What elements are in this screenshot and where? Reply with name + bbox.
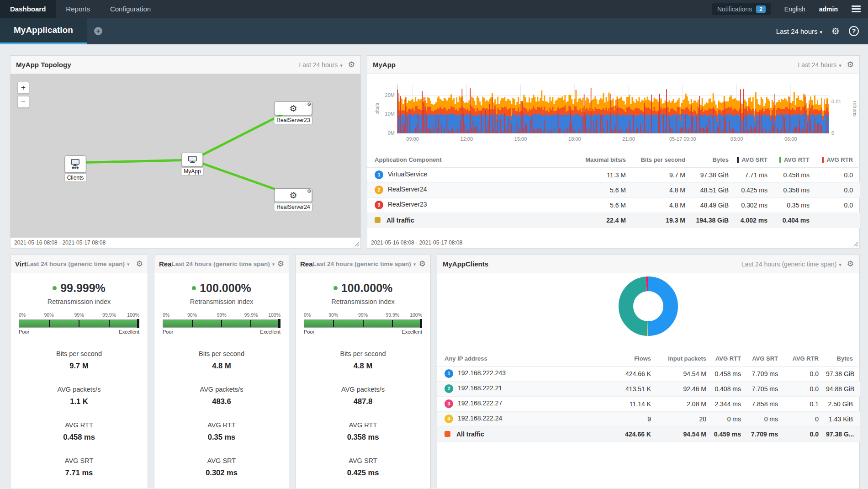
retransmission-spike [522, 101, 523, 133]
retransmission-spike [561, 128, 561, 133]
gauge-tick-mark [79, 320, 79, 327]
gear-icon[interactable]: ⚙ [847, 60, 854, 69]
cell-value: 0.0 [817, 197, 860, 213]
legend-bar-icon [779, 157, 781, 163]
table-total-row[interactable]: All traffic424.66 K94.54 M0.459 ms7.709 … [437, 426, 860, 441]
menu-icon[interactable] [852, 5, 861, 12]
tab-myapplication[interactable]: MyApplication [0, 18, 87, 44]
clients-table: Any IP addressFlowsInput packetsAVG RTTA… [437, 351, 859, 442]
resize-handle-icon[interactable] [355, 242, 360, 247]
retransmission-spike [476, 126, 476, 133]
cell-value: 2.50 GiB [826, 396, 860, 411]
gear-icon[interactable]: ⚙ [847, 259, 854, 269]
time-range-selector[interactable]: Last 24 hours (generic time span)▾ [26, 260, 136, 267]
topology-node-realserver23[interactable]: ⚙⚙RealServer23 [274, 101, 312, 124]
retransmission-spike [807, 122, 808, 133]
table-row[interactable]: 3RealServer235.6 M4.8 M48.49 GiB0.302 ms… [367, 197, 860, 213]
gear-icon[interactable]: ⚙ [277, 259, 284, 269]
gear-icon[interactable]: ⚙ [136, 259, 143, 269]
node-icon-card: ⚙⚙ [274, 188, 312, 202]
retransmission-spike [732, 128, 733, 133]
retransmission-spike [804, 95, 805, 133]
topology-node-clients[interactable]: Clients [65, 155, 86, 181]
time-range-selector[interactable]: Last 24 hours (generic time span)▾ [313, 260, 419, 267]
topology-canvas[interactable]: + − ClientsMyApp⚙⚙RealServer23⚙⚙RealServ… [11, 74, 360, 238]
retransmission-spike [800, 129, 801, 133]
gauge-tick-label: 100% [410, 312, 422, 318]
table-row[interactable]: 4192.168.222.249200 ms0 ms01.43 KiB [437, 411, 860, 426]
retransmission-spike [754, 126, 755, 133]
global-time-range-selector[interactable]: Last 24 hours▾ [776, 27, 822, 35]
table-row[interactable]: 2RealServer245.6 M4.8 M48.51 GiB0.425 ms… [367, 182, 860, 197]
table-row[interactable]: 1192.168.222.243424.66 K94.54 M0.458 ms7… [437, 366, 860, 381]
gears-icon-small: ⚙ [307, 102, 312, 107]
retransmission-spike [687, 129, 688, 134]
column-header: Maximal bits/s [556, 152, 633, 167]
retransmission-spike [748, 130, 749, 133]
language-selector[interactable]: English [784, 5, 805, 13]
retransmission-spike [488, 122, 489, 133]
user-menu[interactable]: admin [819, 5, 838, 13]
table-row[interactable]: 3192.168.222.2711.14 K2.08 M2.344 ms7.85… [437, 396, 860, 411]
nav-tab-dashboard[interactable]: Dashboard [0, 0, 56, 18]
time-range-selector[interactable]: Last 24 hours (generic time span)▾ [741, 260, 842, 268]
donut-chart [618, 276, 678, 336]
table-row[interactable]: 2192.168.222.21413.51 K92.46 M0.408 ms7.… [437, 381, 860, 396]
rank-badge: 4 [445, 415, 453, 423]
retransmission-spike [658, 112, 659, 133]
row-label: All traffic [386, 217, 414, 224]
retransmission-spike [765, 130, 766, 134]
x-axis-tick: 12:00 [460, 136, 473, 142]
gauge-bar [19, 319, 139, 328]
cell-value: 48.51 GiB [693, 182, 736, 197]
status-dot-icon [53, 286, 57, 290]
y-axis-tick: 0M [374, 130, 395, 136]
resize-handle-icon[interactable] [853, 242, 858, 247]
cell-value: 20 [658, 411, 714, 426]
retransmission-spike [757, 121, 757, 133]
gauge-scale-labels: PoorExcellent [163, 329, 281, 335]
rank-badge: 3 [445, 399, 453, 408]
gear-icon[interactable]: ⚙ [348, 60, 355, 69]
time-range-selector[interactable]: Last 24 hours (generic time span)▾ [172, 260, 277, 267]
gear-icon[interactable]: ⚙ [419, 259, 426, 269]
retransmission-spike [416, 126, 417, 133]
rank-badge: 1 [375, 170, 383, 179]
retransmission-spike [636, 129, 637, 133]
legend-bar-icon [737, 157, 739, 163]
time-range-selector[interactable]: Last 24 hours▾ [299, 61, 342, 69]
notifications-button[interactable]: Notifications 2 [712, 3, 771, 15]
row-name-cell: 3192.168.222.27 [437, 396, 603, 411]
nav-tab-configuration[interactable]: Configuration [100, 0, 161, 18]
total-name-cell: All traffic [367, 213, 556, 228]
cell-value: 0.425 ms [736, 182, 775, 197]
retransmission-spike [613, 130, 614, 133]
retransmission-spike [436, 116, 437, 133]
zoom-out-button[interactable]: − [17, 96, 29, 108]
zoom-in-button[interactable]: + [17, 82, 29, 94]
topology-link [75, 160, 192, 163]
retransmission-spike [619, 130, 620, 133]
topology-node-myapp[interactable]: MyApp [181, 153, 203, 175]
topology-node-realserver24[interactable]: ⚙⚙RealServer24 [274, 188, 312, 211]
node-label: RealServer23 [274, 117, 312, 124]
table-row[interactable]: 1VirtualService11.3 M9.7 M97.38 GiB7.71 … [367, 167, 860, 182]
cell-value: 0.0 [785, 426, 826, 441]
add-tab-button[interactable]: + [94, 27, 102, 35]
cell-value: 0.404 ms [775, 213, 817, 228]
column-header: Input packets [658, 351, 714, 366]
retransmission-spike [718, 127, 719, 133]
table-total-row[interactable]: All traffic22.4 M19.3 M194.38 GiB4.002 m… [367, 213, 860, 228]
rank-badge: 2 [445, 384, 453, 393]
traffic-chart[interactable]: 20M10M0M09:0012:0015:0018:0021:0005-17 0… [367, 74, 859, 152]
retransmission-spike [585, 115, 586, 133]
retransmission-gauge: 0%90%99%99.9%100%PoorExcellent [304, 312, 422, 335]
time-range-selector[interactable]: Last 24 hours▾ [798, 61, 841, 69]
column-header: AVG SRT [748, 351, 785, 366]
gauge-tick-label: 0% [304, 312, 311, 318]
nav-tab-reports[interactable]: Reports [56, 0, 100, 18]
cell-value: 11.3 M [556, 167, 633, 182]
settings-gear-icon[interactable]: ⚙ [831, 26, 840, 37]
help-icon[interactable]: ? [849, 26, 859, 36]
metric: Bits per second4.8 M [163, 350, 281, 370]
